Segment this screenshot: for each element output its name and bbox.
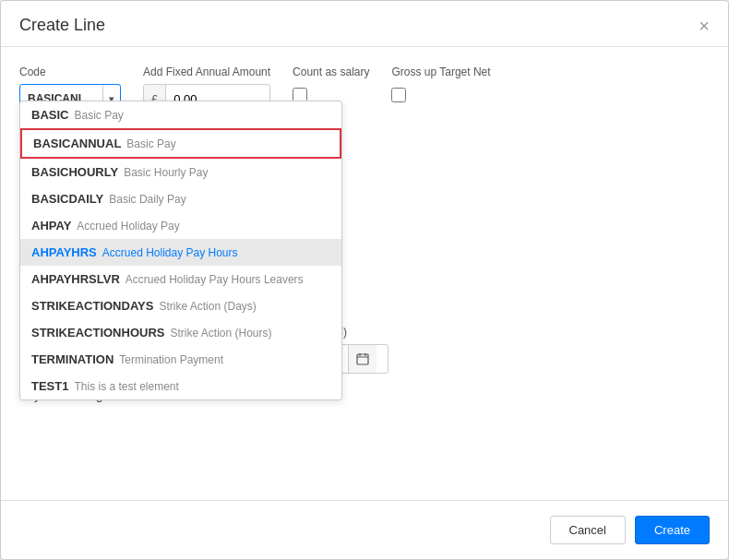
dropdown-item-desc: Termination Payment xyxy=(119,353,223,366)
dropdown-item[interactable]: BASICHOURLYBasic Hourly Pay xyxy=(20,159,341,185)
dropdown-item-code: BASICANNUAL xyxy=(33,137,121,150)
count-as-salary-label: Count as salary xyxy=(293,66,369,78)
dropdown-item-desc: Basic Daily Pay xyxy=(109,193,185,206)
dropdown-item[interactable]: BASICDAILYBasic Daily Pay xyxy=(20,185,341,212)
create-line-dialog: Create Line × Code BASICANI ▾ Add Fixed … xyxy=(0,0,729,560)
create-button[interactable]: Create xyxy=(635,516,710,544)
dropdown-item-desc: Basic Hourly Pay xyxy=(124,166,208,179)
dropdown-item-code: BASIC xyxy=(31,108,68,122)
dropdown-item[interactable]: STRIKEACTIONHOURSStrike Action (Hours) xyxy=(20,319,341,346)
dropdown-item[interactable]: BASICANNUALBasic Pay xyxy=(20,128,341,159)
dropdown-item-desc: Strike Action (Days) xyxy=(159,300,256,313)
close-button[interactable]: × xyxy=(699,17,710,35)
effective-to-calendar-button[interactable] xyxy=(348,345,376,373)
dropdown-item[interactable]: TERMINATIONTermination Payment xyxy=(20,346,341,373)
dropdown-item-desc: Basic Pay xyxy=(74,109,123,122)
dropdown-item[interactable]: AHPAYAccrued Holiday Pay xyxy=(20,212,341,239)
cancel-button[interactable]: Cancel xyxy=(550,516,626,544)
calendar-icon xyxy=(356,352,369,365)
dropdown-item[interactable]: TEST1This is a test element xyxy=(20,373,341,399)
dropdown-item-desc: Accrued Holiday Pay Hours xyxy=(102,246,238,259)
dialog-title: Create Line xyxy=(19,16,105,35)
dropdown-item-code: TERMINATION xyxy=(31,352,114,366)
code-dropdown-menu: BASICBasic PayBASICANNUALBasic PayBASICH… xyxy=(19,101,342,400)
gross-up-group: Gross up Target Net xyxy=(391,66,490,102)
dropdown-item-code: TEST1 xyxy=(31,379,68,393)
gross-up-checkbox[interactable] xyxy=(391,88,406,102)
dialog-body: Code BASICANI ▾ Add Fixed Annual Amount … xyxy=(1,47,728,402)
dropdown-item-code: BASICHOURLY xyxy=(31,165,118,179)
dropdown-item-code: AHPAYHRS xyxy=(31,245,97,259)
dropdown-item-desc: Accrued Holiday Pay Hours Leavers xyxy=(125,273,304,286)
dropdown-item[interactable]: BASICBasic Pay xyxy=(20,101,341,128)
dialog-footer: Cancel Create xyxy=(1,500,728,559)
dropdown-item[interactable]: AHPAYHRSAccrued Holiday Pay Hours xyxy=(20,239,341,266)
count-as-salary-group: Count as salary xyxy=(293,66,369,102)
dropdown-item-desc: Accrued Holiday Pay xyxy=(77,220,179,232)
dropdown-item-desc: This is a test element xyxy=(74,380,178,393)
dropdown-item-code: STRIKEACTIONHOURS xyxy=(31,326,164,340)
amount-label: Add Fixed Annual Amount xyxy=(143,66,270,78)
dropdown-item-code: STRIKEACTIONDAYS xyxy=(31,299,153,313)
code-label: Code xyxy=(19,66,121,78)
dropdown-item-code: AHPAY xyxy=(31,219,71,232)
dropdown-item-code: AHPAYHRSLVR xyxy=(31,272,120,286)
svg-rect-4 xyxy=(357,354,368,364)
dialog-header: Create Line × xyxy=(1,1,728,47)
gross-up-label: Gross up Target Net xyxy=(391,66,490,78)
dropdown-item[interactable]: STRIKEACTIONDAYSStrike Action (Days) xyxy=(20,292,341,319)
dropdown-item-desc: Basic Pay xyxy=(126,137,175,150)
dropdown-item-code: BASICDAILY xyxy=(31,192,103,206)
dropdown-item[interactable]: AHPAYHRSLVRAccrued Holiday Pay Hours Lea… xyxy=(20,266,341,292)
dropdown-item-desc: Strike Action (Hours) xyxy=(170,327,271,340)
